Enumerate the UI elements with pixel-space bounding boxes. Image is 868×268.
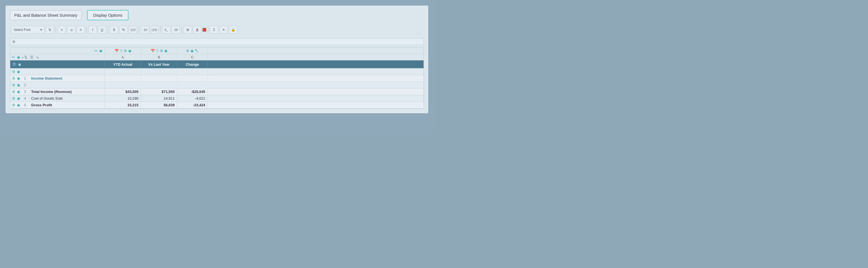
cell-c-1 [177, 78, 208, 80]
gear-icon-b[interactable]: ⚙ [160, 49, 163, 53]
gear-icon-row-5[interactable]: ⚙ [12, 103, 15, 107]
eye-icon-row-4[interactable]: ◉ [17, 96, 20, 100]
formula-input[interactable] [18, 39, 421, 44]
toolbar-separator-5 [160, 26, 160, 33]
col-a-letter: A [105, 55, 141, 60]
expand-row-icon[interactable]: › [22, 55, 23, 59]
cell-b-3: $71,550 [141, 89, 177, 95]
borders-button[interactable]: ⊞ [184, 26, 192, 34]
cell-c-3: -$28,045 [177, 89, 208, 95]
row-meta-1: ⚙ ◉ 1 Income Statement [10, 75, 105, 82]
col-c-controls: ⚙ ◉ 🔧 [177, 48, 208, 54]
row-num-1: 1 [22, 77, 28, 81]
eye-icon-row-3[interactable]: ◉ [17, 90, 20, 94]
question-icon[interactable]: ? [12, 62, 17, 66]
currency-button[interactable]: $ [110, 26, 118, 34]
align-left-button[interactable]: ≡ [58, 26, 66, 34]
table-row: ⚙ ◉ 4 Cost of Goods Sold 10,290 14,911 -… [10, 95, 424, 102]
display-options-button[interactable]: Display Options [87, 10, 128, 20]
filter-icon-a[interactable]: ▽ [120, 49, 123, 53]
font-selector[interactable]: Select Font ▾ [11, 26, 44, 34]
sort-icon[interactable]: ⇅ [24, 55, 27, 59]
card-header: P&L and Balance Sheet Summary Display Op… [10, 10, 424, 20]
col-b-controls: 📅 ▽ ⚙ ◉ [141, 48, 177, 54]
eye-icon-row[interactable]: ◉ [99, 49, 102, 53]
italic-button[interactable]: I [88, 26, 97, 34]
toolbar: Select Font ▾ ⇅ ≡ ⚌ ≡ I U $ % 123 -10 (1… [10, 24, 424, 35]
eye-icon-row-2[interactable]: ◉ [17, 83, 20, 87]
eye-icon-row-1[interactable]: ◉ [17, 76, 20, 81]
formula-bar: fx [10, 38, 424, 45]
align-right-button[interactable]: ≡ [76, 26, 85, 34]
toolbar-separator-7 [208, 26, 208, 33]
cell-b-5: 56,639 [141, 102, 177, 108]
decimal-1-button[interactable]: 0_ [162, 26, 170, 34]
indent-icon[interactable]: ☰ [30, 55, 33, 59]
table-row: ⚙ ◉ 2 [10, 82, 424, 89]
eye-icon-a[interactable]: ◉ [128, 49, 131, 53]
cell-c-2 [177, 84, 208, 86]
decimal-2-button[interactable]: .00 [172, 26, 180, 34]
wrench-icon-c[interactable]: 🔧 [195, 49, 198, 53]
eye-icon-c[interactable]: ◉ [190, 49, 193, 53]
filter-icon-b[interactable]: ▽ [156, 49, 159, 53]
gear-icon-row-1[interactable]: ⚙ [12, 76, 15, 81]
underline-button[interactable]: U [98, 26, 106, 34]
fx-label: fx [12, 39, 15, 44]
toolbar-separator-4 [139, 26, 139, 33]
col-a-controls: 📅 ▽ ⚙ ◉ [105, 48, 141, 54]
row-meta-empty: ⚙ ◉ [10, 68, 105, 75]
cell-a-empty [105, 71, 141, 73]
gear-icon-c[interactable]: ⚙ [186, 49, 189, 53]
eye-icon-header[interactable]: ◉ [18, 62, 21, 66]
neg-format-1[interactable]: -10 [141, 26, 149, 34]
cell-a-1 [105, 78, 141, 80]
toolbar-separator-6 [182, 26, 182, 33]
calendar-icon-b[interactable]: 📅 [151, 49, 155, 53]
color-picker-swatch[interactable] [203, 28, 206, 32]
row-label-4: Cost of Goods Sold [30, 96, 103, 100]
calendar-icon-a[interactable]: 📅 [115, 49, 119, 53]
row-header-spacer-letters: ✏ ◉ › ⇅ ☰ ↘ [10, 54, 105, 60]
row-meta-3: ⚙ ◉ 3 Total Income (Revenue) [10, 89, 105, 95]
align-center-button[interactable]: ⚌ [67, 26, 75, 34]
eye-icon-b[interactable]: ◉ [164, 49, 167, 53]
sum-button[interactable]: Σ [210, 26, 218, 34]
toolbar-separator-2 [87, 26, 87, 33]
clear-format-button[interactable]: ✕ [219, 26, 228, 34]
cell-a-4: 10,290 [105, 95, 141, 101]
row-label-5: Gross Profit [30, 103, 103, 107]
table-row: ⚙ ◉ 5 Gross Profit 33,215 56,639 -23,424 [10, 102, 424, 109]
row-meta-4: ⚙ ◉ 4 Cost of Goods Sold [10, 95, 105, 101]
edit-icon[interactable]: ✏ [95, 49, 98, 53]
cell-c-empty [177, 71, 208, 73]
eye-icon-row-empty[interactable]: ◉ [17, 69, 20, 74]
neg-format-2[interactable]: (10) [150, 26, 158, 34]
number-format-button[interactable]: 123 [129, 26, 137, 34]
gear-icon-row-2[interactable]: ⚙ [12, 83, 15, 87]
cell-a-2 [105, 84, 141, 86]
gear-icon-row-4[interactable]: ⚙ [12, 96, 15, 100]
row-num-2: 2 [22, 83, 28, 87]
toolbar-separator-3 [108, 26, 108, 33]
col-header-row-spacer: ? ◉ [10, 60, 105, 68]
cell-b-empty [141, 71, 177, 73]
col-controls-row: ✏ ◉ 📅 ▽ ⚙ ◉ 📅 ▽ ⚙ ◉ ⚙ ◉ [10, 48, 424, 54]
gear-icon-row-empty[interactable]: ⚙ [12, 69, 15, 74]
col-letters-row: ✏ ◉ › ⇅ ☰ ↘ A B C [10, 54, 424, 60]
font-color-button[interactable]: A [193, 26, 202, 34]
cell-b-4: 14,911 [141, 95, 177, 101]
cell-b-1 [141, 78, 177, 80]
eye-icon-row-5[interactable]: ◉ [17, 103, 20, 107]
lock-button[interactable]: 🔒 [229, 26, 237, 34]
down-right-icon[interactable]: ↘ [36, 55, 39, 59]
font-size-stepper[interactable]: ⇅ [45, 26, 54, 34]
row-num-3: 3 [22, 90, 28, 94]
gear-icon-row-3[interactable]: ⚙ [12, 90, 15, 94]
percent-button[interactable]: % [119, 26, 128, 34]
row-label-3: Total Income (Revenue) [30, 90, 103, 94]
eye-icon-letters[interactable]: ◉ [17, 55, 20, 59]
gear-icon-a[interactable]: ⚙ [124, 49, 127, 53]
edit-icon-letters[interactable]: ✏ [12, 55, 15, 59]
col-b-header: Vs Last Year [141, 61, 177, 68]
